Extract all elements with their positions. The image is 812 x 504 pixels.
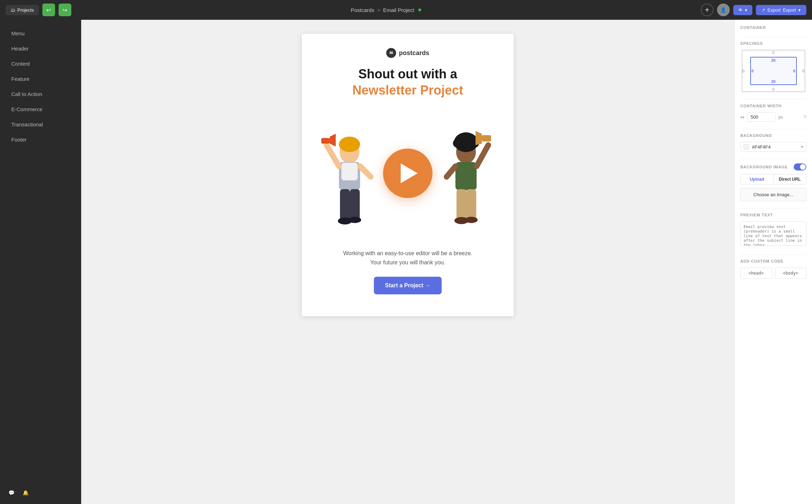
- projects-label: Projects: [17, 7, 34, 13]
- projects-button[interactable]: 🗂 Projects: [6, 5, 39, 15]
- svg-rect-3: [341, 163, 358, 180]
- undo-button[interactable]: ↩: [42, 4, 55, 16]
- logo-text: postcards: [399, 49, 429, 57]
- preview-text-input[interactable]: [740, 221, 806, 246]
- resize-icon: ⇔: [740, 114, 745, 120]
- spacing-left-inner[interactable]: 0: [752, 69, 754, 73]
- spacing-top-outer: 0: [772, 50, 774, 55]
- sidebar-item-transactional[interactable]: Transactional: [3, 117, 78, 132]
- sidebar-item-menu[interactable]: Menu: [3, 26, 78, 41]
- topbar-left: 🗂 Projects ↩ ↪: [6, 4, 71, 16]
- sidebar-item-e-commerce[interactable]: E-Commerce: [3, 102, 78, 116]
- folder-icon: 🗂: [11, 7, 15, 13]
- chat-icon[interactable]: 💬: [6, 487, 17, 498]
- container-width-input[interactable]: [747, 112, 776, 122]
- svg-rect-24: [482, 135, 491, 142]
- export-button[interactable]: ↗ Export Export ▾: [756, 5, 806, 15]
- breadcrumb-separator: >: [377, 7, 380, 13]
- sidebar-item-content[interactable]: Content: [3, 56, 78, 71]
- background-image-toggle[interactable]: [794, 163, 806, 170]
- body-code-button[interactable]: <body>: [775, 268, 807, 279]
- code-buttons-row: <head> <body>: [740, 268, 806, 279]
- figure-right: [436, 124, 496, 237]
- email-logo: ✉ postcards: [386, 48, 429, 58]
- redo-button[interactable]: ↪: [59, 4, 71, 16]
- project-status-dot: [418, 8, 421, 11]
- color-dropdown-arrow[interactable]: ▾: [801, 144, 803, 149]
- svg-marker-11: [330, 134, 336, 146]
- divider-3: [740, 129, 806, 129]
- eye-icon: 👁: [738, 7, 743, 13]
- export-chevron: ▾: [798, 7, 801, 13]
- svg-rect-17: [455, 162, 477, 190]
- preview-button[interactable]: 👁 ▾: [733, 5, 752, 15]
- svg-rect-6: [340, 189, 350, 221]
- export-label: Export: [768, 7, 781, 13]
- panel-title: CONTAINER: [740, 25, 806, 30]
- background-label: BACKGROUND: [740, 133, 806, 138]
- svg-line-5: [360, 166, 371, 177]
- container-width-label: CONTAINER WIDTH: [740, 104, 806, 108]
- background-image-label: BACKGROUND IMAGE: [740, 165, 788, 169]
- spacing-right-outer: 0: [802, 69, 804, 73]
- svg-point-9: [348, 217, 361, 223]
- divider-6: [740, 254, 806, 255]
- email-body-text: Working with an easy-to-use editor will …: [337, 249, 478, 267]
- color-swatch[interactable]: [744, 144, 749, 150]
- start-project-button[interactable]: Start a Project →: [374, 277, 442, 294]
- spacing-bottom-inner[interactable]: 20: [771, 79, 775, 84]
- notification-icon[interactable]: 🔔: [20, 487, 31, 498]
- add-button[interactable]: +: [701, 4, 714, 16]
- background-section: BACKGROUND #F4F4F4 ▾: [740, 133, 806, 152]
- divider-2: [740, 99, 806, 100]
- divider-1: [740, 37, 806, 37]
- email-hero: [312, 106, 503, 240]
- right-panel: CONTAINER SPACINGS 0 0 0 0 20 20 0 0 CON…: [734, 20, 812, 504]
- bottom-bar: 💬 🔔: [6, 487, 31, 498]
- svg-rect-20: [456, 189, 466, 221]
- topbar-right: + 👤 👁 ▾ ↗ Export Export ▾: [701, 4, 806, 16]
- sidebar-item-feature[interactable]: Feature: [3, 72, 78, 86]
- topbar: 🗂 Projects ↩ ↪ Postcards > Email Project…: [0, 0, 812, 20]
- preview-chevron: ▾: [745, 7, 747, 13]
- email-headline-2: Newsletter Project: [352, 83, 463, 98]
- custom-code-section: ADD CUSTOM CODE <head> <body>: [740, 259, 806, 279]
- play-button[interactable]: [383, 149, 432, 198]
- sidebar-item-header[interactable]: Header: [3, 41, 78, 56]
- direct-url-tab[interactable]: Direct URL: [774, 174, 806, 184]
- breadcrumb: Postcards > Email Project: [351, 7, 421, 13]
- container-width-section: CONTAINER WIDTH ⇔ px ?: [740, 104, 806, 122]
- svg-point-14: [453, 139, 461, 148]
- spacings-section: SPACINGS 0 0 0 0 20 20 0 0: [740, 41, 806, 92]
- figure-left: [320, 124, 380, 237]
- help-icon[interactable]: ?: [804, 114, 806, 120]
- svg-rect-21: [466, 189, 476, 221]
- avatar[interactable]: 👤: [717, 4, 730, 16]
- canvas-area: ✉ postcards Shout out with a Newsletter …: [81, 20, 734, 504]
- panel-container-section: CONTAINER: [740, 25, 806, 30]
- width-unit: px: [778, 115, 783, 120]
- sidebar-item-footer[interactable]: Footer: [3, 132, 78, 147]
- background-color-row[interactable]: #F4F4F4 ▾: [740, 142, 806, 152]
- svg-point-16: [461, 132, 471, 142]
- upload-tab[interactable]: Upload: [741, 174, 774, 184]
- svg-point-1: [339, 137, 360, 152]
- container-width-row: ⇔ px ?: [740, 112, 806, 122]
- main-layout: Menu Header Content Feature Call to Acti…: [0, 20, 812, 504]
- svg-line-19: [477, 145, 488, 166]
- spacing-diagram: 0 0 0 0 20 20 0 0: [742, 50, 805, 92]
- spacings-label: SPACINGS: [740, 41, 806, 46]
- spacing-top-inner[interactable]: 20: [771, 58, 775, 62]
- svg-line-4: [327, 145, 339, 166]
- sidebar-item-call-to-action[interactable]: Call to Action: [3, 87, 78, 101]
- email-card: ✉ postcards Shout out with a Newsletter …: [302, 34, 514, 316]
- figure-container: [312, 106, 503, 240]
- head-code-button[interactable]: <head>: [740, 268, 772, 279]
- cta-label: Start a Project →: [385, 282, 431, 289]
- breadcrumb-postcards[interactable]: Postcards: [351, 7, 374, 13]
- choose-image-button[interactable]: Choose an Image...: [740, 188, 806, 201]
- color-value: #F4F4F4: [752, 144, 798, 150]
- svg-line-18: [447, 166, 455, 177]
- logo-icon: ✉: [386, 48, 396, 58]
- spacing-right-inner[interactable]: 0: [793, 69, 795, 73]
